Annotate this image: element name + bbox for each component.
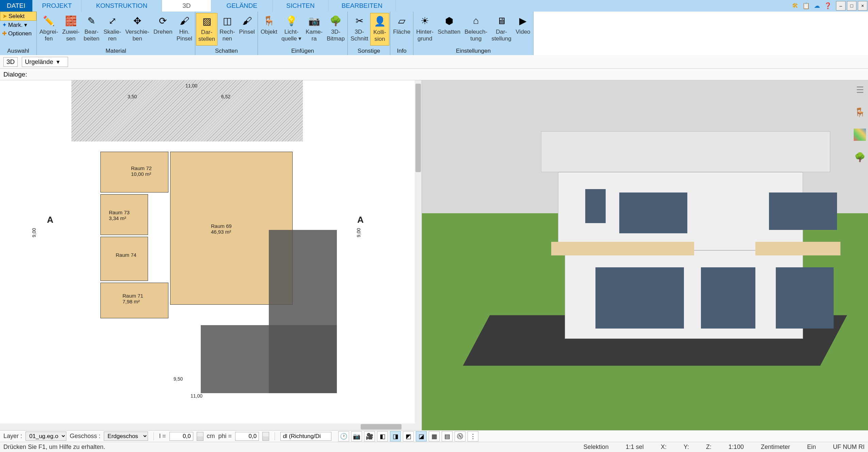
maximize-button[interactable]: □ xyxy=(847,1,856,11)
zuweisen-button[interactable]: 🧱Zuwei-sen xyxy=(60,13,82,46)
menu-bearbeiten[interactable]: BEARBEITEN xyxy=(329,0,396,12)
photo-icon[interactable]: 📷 xyxy=(351,431,362,441)
l-input[interactable] xyxy=(169,432,193,441)
3d-canvas[interactable] xyxy=(422,80,868,430)
furniture-icon[interactable]: 🪑 xyxy=(854,106,866,118)
menu-konstruktion[interactable]: KONSTRUKTION xyxy=(82,0,162,12)
north-icon[interactable]: Ⓝ xyxy=(455,431,465,441)
terrain-combo[interactable]: Urgelände ▾ xyxy=(22,57,68,67)
phi-spinner[interactable] xyxy=(262,432,269,441)
darstellung-button[interactable]: 🖥Dar-stellung xyxy=(489,13,513,46)
eyedropper-icon: ✏️ xyxy=(42,14,55,27)
layer-select[interactable]: 01_ug.eg.oc xyxy=(26,432,66,441)
abgreifen-button[interactable]: ✏️Abgrei-fen xyxy=(37,13,60,46)
fp-terrace-bottom[interactable] xyxy=(201,325,337,393)
3dschnitt-button[interactable]: ✂3D-Schnitt xyxy=(348,13,370,46)
pinsel-button[interactable]: 🖌Pinsel xyxy=(237,13,257,46)
phi-input[interactable] xyxy=(235,432,259,441)
select-button[interactable]: ➤Selekt xyxy=(0,12,36,21)
shade1-icon[interactable]: ◨ xyxy=(390,431,401,441)
3d-view-pane[interactable]: ☰ 🪑 ■ 🌳 xyxy=(422,80,868,430)
win-g3 xyxy=(776,267,834,329)
help-hint: Drücken Sie F1, um Hilfe zu erhalten. xyxy=(3,443,105,451)
cloud-icon[interactable]: ☁ xyxy=(813,2,821,10)
win-u2 xyxy=(619,192,687,233)
objekt-button[interactable]: 🪑Objekt xyxy=(259,13,279,46)
skalieren-button[interactable]: ⤢Skalie-ren xyxy=(101,13,123,46)
mark-button[interactable]: ✦Mark.▾ xyxy=(0,21,36,29)
darstellen-button[interactable]: ▨Dar-stellen xyxy=(196,13,217,46)
section-a-left: A xyxy=(47,215,53,225)
bottom-tool-icons: 🕐 📷 🎥 ◧ ◨ ◩ ◪ ▦ ▤ Ⓝ ⋮ xyxy=(338,431,478,441)
l: Fläche xyxy=(393,29,410,35)
3dbitmap-button[interactable]: 🌳3D-Bitmap xyxy=(325,13,347,46)
play-icon: ▶ xyxy=(517,14,529,27)
geschoss-select[interactable]: Erdgeschos xyxy=(104,432,148,441)
section-a-right: A xyxy=(357,215,364,225)
verschieben-button[interactable]: ✥Verschie-ben xyxy=(123,13,151,46)
shade3-icon[interactable]: ◪ xyxy=(416,431,427,441)
area-icon: ▱ xyxy=(395,14,408,27)
colors-icon[interactable]: ■ xyxy=(854,129,866,141)
close-button[interactable]: × xyxy=(858,1,867,11)
room69-label: Raum 6946,93 m² xyxy=(211,223,232,235)
video-button[interactable]: ▶Video xyxy=(513,13,533,46)
dim-950: 9,50 xyxy=(174,376,183,382)
menu-projekt[interactable]: PROJEKT xyxy=(33,0,82,12)
kollision-button[interactable]: 👤Kolli-sion xyxy=(370,13,389,46)
cube2-icon[interactable]: ◧ xyxy=(377,431,388,441)
floorplan-scroll-h[interactable] xyxy=(0,423,415,430)
info-icon[interactable]: ⋮ xyxy=(468,431,478,441)
scroll-thumb-h[interactable] xyxy=(361,424,402,430)
dl-input[interactable] xyxy=(280,432,331,441)
floorplan-scroll-v[interactable] xyxy=(415,80,422,430)
ein-status: Ein xyxy=(807,443,816,451)
shade2-icon[interactable]: ◩ xyxy=(403,431,414,441)
bearbeiten-button[interactable]: ✎Bear-beiten xyxy=(82,13,101,46)
hinpinsel-button[interactable]: 🖌Hin.Pinsel xyxy=(175,13,194,46)
beleuchtung-button[interactable]: ⌂Beleuch-tung xyxy=(462,13,489,46)
window-controls: – □ × xyxy=(835,0,868,12)
menu-3d[interactable]: 3D xyxy=(162,0,211,12)
shade4-icon[interactable]: ▦ xyxy=(429,431,440,441)
rechnen-button[interactable]: ◫Rech-nen xyxy=(217,13,237,46)
kamera-button[interactable]: 📷Kame-ra xyxy=(304,13,325,46)
drehen-button[interactable]: ⟳Drehen xyxy=(151,13,175,46)
content: Raum 7210,00 m² Raum 6946,93 m² Raum 717… xyxy=(0,80,868,430)
edit-icon: ✎ xyxy=(85,14,98,27)
l: Video xyxy=(515,29,530,35)
floorplan-canvas[interactable]: Raum 7210,00 m² Raum 6946,93 m² Raum 717… xyxy=(0,80,422,430)
hintergrund-button[interactable]: ☀Hinter-grund xyxy=(414,13,436,46)
help-icon[interactable]: ❓ xyxy=(824,2,832,10)
tools-icon[interactable]: 🛠 xyxy=(791,2,799,10)
plant-icon[interactable]: 🌳 xyxy=(854,151,866,163)
clock-icon[interactable]: 🕐 xyxy=(338,431,349,441)
video2-icon[interactable]: 🎥 xyxy=(364,431,375,441)
lichtquelle-button[interactable]: 💡Licht-quelle ▾ xyxy=(279,13,304,46)
menu-datei[interactable]: DATEI xyxy=(0,0,33,12)
l: Schnitt xyxy=(350,35,368,42)
title-icons: 🛠 📋 ☁ ❓ xyxy=(788,0,835,12)
grid-icon[interactable]: ▤ xyxy=(442,431,453,441)
layers-icon[interactable]: ☰ xyxy=(854,84,866,96)
schatten-button[interactable]: ⬢Schatten xyxy=(436,13,462,46)
options-button[interactable]: ✚Optionen xyxy=(0,29,36,38)
menu-sichten[interactable]: SICHTEN xyxy=(273,0,328,12)
menu-gelaende[interactable]: GELÄNDE xyxy=(211,0,273,12)
l: Rech- xyxy=(219,29,235,35)
clipboard-icon[interactable]: 📋 xyxy=(802,2,810,10)
ribbon-section-einstellungen: ☀Hinter-grund ⬢Schatten ⌂Beleuch-tung 🖥D… xyxy=(413,12,534,55)
room73-label: Raum 733,34 m² xyxy=(109,210,130,221)
view-mode-badge[interactable]: 3D xyxy=(3,57,18,67)
l-spinner[interactable] xyxy=(197,432,203,441)
win-g2 xyxy=(701,267,755,329)
l: Beleuch- xyxy=(464,29,487,35)
flaeche-button[interactable]: ▱Fläche xyxy=(391,13,412,46)
minimize-button[interactable]: – xyxy=(836,1,846,11)
floorplan-pane[interactable]: Raum 7210,00 m² Raum 6946,93 m² Raum 717… xyxy=(0,80,422,430)
collision-icon: 👤 xyxy=(373,15,386,28)
room-74[interactable] xyxy=(100,237,148,281)
ribbon-section-schatten: ▨Dar-stellen ◫Rech-nen 🖌Pinsel Schatten xyxy=(195,12,258,55)
scroll-thumb-v[interactable] xyxy=(415,84,421,172)
l: sen xyxy=(66,35,76,42)
